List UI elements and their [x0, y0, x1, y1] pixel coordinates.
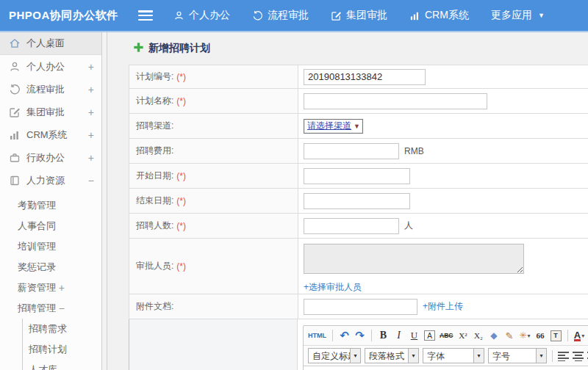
sidebar-item-personal-office[interactable]: 个人办公 + [0, 55, 101, 78]
sidebar-item-recruit-plan[interactable]: 招聘计划 [23, 339, 101, 360]
field-label: 计划名称: [136, 95, 173, 107]
attachment-upload-link[interactable]: +附件上传 [423, 300, 463, 313]
paste-icon[interactable]: T [551, 330, 562, 341]
caret-down-icon: ▾ [350, 349, 360, 363]
form-row-plan-name: 计划名称: (*) [129, 89, 588, 114]
italic-button[interactable]: I [393, 329, 404, 342]
briefcase-icon [9, 152, 21, 164]
sidebar-item-rewards[interactable]: 奖惩记录 [0, 257, 101, 278]
format-brush-icon[interactable]: ✎ [503, 329, 514, 342]
expand-plus-icon[interactable]: + [85, 152, 94, 164]
blockquote-button[interactable]: 66 [535, 329, 546, 342]
channel-select[interactable]: 请选择渠道 ▼ [304, 119, 363, 134]
expand-plus-icon[interactable]: + [85, 84, 94, 95]
sidebar-item-process-approval[interactable]: 流程审批 + [0, 78, 101, 101]
edit-icon [331, 10, 342, 21]
sidebar-item-recruit-mgmt[interactable]: 招聘管理− [0, 298, 101, 319]
bold-button[interactable]: B [378, 329, 389, 342]
select-approvers-link[interactable]: +选择审批人员 [304, 281, 362, 294]
hamburger-menu-icon[interactable] [138, 10, 153, 21]
sidebar-item-label: 流程审批 [26, 83, 85, 96]
html-source-button[interactable]: HTML [308, 329, 326, 342]
undo-icon[interactable]: ↶ [339, 329, 350, 342]
fee-input[interactable] [304, 143, 399, 159]
field-label: 招聘费用: [136, 145, 173, 157]
form-row-end-date: 结束日期: (*) [129, 189, 588, 214]
nav-label: 更多应用 [491, 9, 532, 22]
collapse-minus-icon[interactable]: − [85, 175, 94, 186]
approvers-textarea[interactable] [304, 244, 524, 274]
required-marker: (*) [176, 221, 186, 231]
field-label: 计划编号: [136, 70, 173, 83]
sidebar-item-hr[interactable]: 人力资源 − [0, 169, 101, 192]
form-row-fee: 招聘费用: RMB [129, 139, 588, 164]
nav-process-approval[interactable]: 流程审批 [252, 9, 309, 22]
nav-crm-system[interactable]: CRM系统 [409, 9, 469, 22]
subscript-button[interactable]: X₂ [473, 329, 484, 342]
clear-format-icon[interactable]: ✳▾ [519, 329, 530, 342]
expand-plus-icon[interactable]: + [56, 282, 65, 294]
field-label: 审批人员: [136, 260, 173, 272]
field-label: 结束日期: [136, 195, 173, 207]
underline-button[interactable]: U [409, 329, 420, 342]
nav-label: 流程审批 [268, 9, 309, 22]
sidebar-item-group-approval[interactable]: 集团审批 + [0, 101, 101, 123]
plan-name-input[interactable] [304, 93, 487, 109]
main-content: 新增招聘计划 计划编号: (*) 计划名称: (*) [107, 32, 588, 370]
start-date-input[interactable] [304, 168, 410, 184]
form-row-plan-number: 计划编号: (*) [129, 65, 588, 89]
superscript-button[interactable]: X² [457, 329, 468, 342]
caret-down-icon: ▾ [473, 349, 484, 363]
expand-plus-icon[interactable]: + [85, 106, 94, 118]
sidebar-item-training[interactable]: 培训管理 [0, 236, 101, 257]
collapse-minus-icon[interactable]: − [56, 302, 65, 314]
strikethrough-button[interactable]: ABC [440, 329, 453, 342]
edit-icon [9, 106, 21, 118]
sidebar-item-attendance[interactable]: 考勤管理 [0, 195, 101, 216]
align-left-icon[interactable] [558, 351, 569, 361]
font-size-dropdown[interactable]: 字号 ▾ [488, 348, 547, 363]
sidebar-item-label: 集团审批 [26, 106, 85, 119]
attachment-input[interactable] [304, 299, 417, 315]
nav-group-approval[interactable]: 集团审批 [331, 9, 387, 22]
sidebar-item-admin-office[interactable]: 行政办公 + [0, 146, 101, 169]
app-logo: PHPOA协同办公软件 [0, 9, 138, 23]
required-marker: (*) [176, 72, 186, 82]
end-date-input[interactable] [304, 193, 410, 209]
nav-personal-office[interactable]: 个人办公 [173, 9, 230, 22]
sidebar-item-label: CRM系统 [26, 128, 85, 142]
nav-more-apps[interactable]: 更多应用 ▼ [491, 9, 545, 22]
recruit-plan-form: 计划编号: (*) 计划名称: (*) 招聘渠道 [129, 65, 588, 370]
expand-plus-icon[interactable]: + [85, 61, 94, 73]
paragraph-format-dropdown[interactable]: 段落格式 ▾ [365, 348, 419, 363]
chart-icon [409, 10, 420, 21]
font-color-button[interactable]: A▾ [574, 329, 585, 342]
field-label: 招聘渠道: [136, 120, 173, 132]
plan-number-input[interactable] [304, 69, 426, 85]
sidebar-scrollbar[interactable] [101, 32, 107, 370]
field-label: 招聘人数: [136, 220, 173, 232]
border-text-button[interactable]: A [424, 330, 435, 341]
sidebar-item-crm[interactable]: CRM系统 + [0, 123, 101, 146]
hr-submenu: 考勤管理 人事合同 培训管理 奖惩记录 薪资管理+ 招聘管理− 招聘需求 招聘计… [0, 195, 101, 370]
sidebar-item-hr-contract[interactable]: 人事合同 [0, 216, 101, 236]
caret-down-icon: ▾ [527, 333, 530, 339]
sidebar: 个人桌面 个人办公 + 流程审批 + 集团审批 + CRM系统 + 行政办公 + [0, 32, 101, 370]
headcount-input[interactable] [304, 218, 399, 234]
book-icon [9, 175, 21, 186]
font-family-dropdown[interactable]: 字体 ▾ [423, 348, 484, 363]
form-row-attachment: 附件文档: +附件上传 [129, 294, 588, 319]
expand-plus-icon[interactable]: + [85, 129, 94, 141]
nav-label: CRM系统 [425, 9, 469, 22]
eraser-icon[interactable]: ◆ [488, 329, 499, 342]
editor-content-area[interactable] [304, 366, 588, 370]
sidebar-item-salary[interactable]: 薪资管理+ [0, 278, 101, 298]
custom-title-dropdown[interactable]: 自定义标题 ▾ [308, 348, 361, 363]
align-center-icon[interactable] [573, 351, 584, 361]
sidebar-item-recruit-demand[interactable]: 招聘需求 [23, 319, 101, 339]
redo-icon[interactable]: ↷ [354, 329, 365, 342]
sidebar-item-desktop[interactable]: 个人桌面 [0, 32, 101, 55]
field-label: 开始日期: [136, 170, 173, 182]
channel-select-value: 请选择渠道 [307, 120, 351, 132]
sidebar-item-talent-pool[interactable]: 人才库 [23, 360, 101, 370]
